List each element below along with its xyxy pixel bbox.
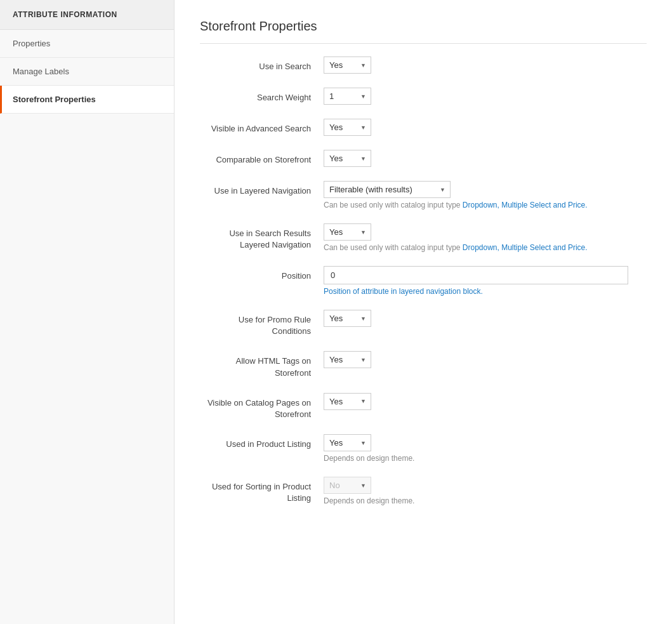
select-wrapper-search-results-layered-nav: Yes No xyxy=(324,223,371,241)
field-search-weight: Search Weight 1234 5678 910 xyxy=(200,88,647,105)
field-layered-navigation-value: No Filterable (with results) Filterable … xyxy=(324,181,647,209)
field-visible-catalog-pages-value: Yes No xyxy=(324,393,647,410)
select-search-weight[interactable]: 1234 5678 910 xyxy=(324,88,371,105)
field-sorting-product-listing: Used for Sorting in Product Listing No Y… xyxy=(200,477,647,505)
field-layered-navigation: Use in Layered Navigation No Filterable … xyxy=(200,181,647,209)
field-promo-rule-value: Yes No xyxy=(324,310,647,327)
main-content: Storefront Properties Use in Search Yes … xyxy=(175,0,672,624)
sidebar-item-properties[interactable]: Properties xyxy=(0,30,174,58)
label-allow-html-tags: Allow HTML Tags on Storefront xyxy=(200,351,324,378)
select-allow-html-tags[interactable]: Yes No xyxy=(324,351,371,368)
field-position-value: Position of attribute in layered navigat… xyxy=(324,266,647,296)
label-comparable-storefront: Comparable on Storefront xyxy=(200,150,324,166)
select-layered-navigation[interactable]: No Filterable (with results) Filterable … xyxy=(324,181,451,198)
field-comparable-storefront: Comparable on Storefront Yes No xyxy=(200,150,647,167)
field-promo-rule: Use for Promo Rule Conditions Yes No xyxy=(200,310,647,337)
select-wrapper-comparable-storefront: Yes No xyxy=(324,150,371,167)
select-sorting-product-listing[interactable]: No Yes xyxy=(324,477,371,494)
note-search-results-layered-nav: Can be used only with catalog input type… xyxy=(324,243,647,252)
select-use-in-search[interactable]: Yes No xyxy=(324,56,371,74)
label-promo-rule: Use for Promo Rule Conditions xyxy=(200,310,324,337)
sidebar: Attribute Information Properties Manage … xyxy=(0,0,175,624)
select-wrapper-use-in-search: Yes No xyxy=(324,56,371,74)
field-search-weight-value: 1234 5678 910 xyxy=(324,88,647,105)
field-allow-html-tags-value: Yes No xyxy=(324,351,647,368)
note-position: Position of attribute in layered navigat… xyxy=(324,287,647,296)
label-layered-navigation: Use in Layered Navigation xyxy=(200,181,324,197)
field-visible-advanced-search-value: Yes No xyxy=(324,119,647,136)
field-sorting-product-listing-value: No Yes Depends on design theme. xyxy=(324,477,647,505)
select-comparable-storefront[interactable]: Yes No xyxy=(324,150,371,167)
field-use-in-search: Use in Search Yes No xyxy=(200,56,647,74)
select-visible-advanced-search[interactable]: Yes No xyxy=(324,119,371,136)
field-position: Position Position of attribute in layere… xyxy=(200,266,647,296)
select-wrapper-used-in-product-listing: Yes No xyxy=(324,434,371,451)
label-search-weight: Search Weight xyxy=(200,88,324,103)
field-allow-html-tags: Allow HTML Tags on Storefront Yes No xyxy=(200,351,647,378)
label-sorting-product-listing: Used for Sorting in Product Listing xyxy=(200,477,324,504)
input-position[interactable] xyxy=(324,266,628,284)
sidebar-item-storefront-properties[interactable]: Storefront Properties xyxy=(0,86,174,114)
field-visible-catalog-pages: Visible on Catalog Pages on Storefront Y… xyxy=(200,393,647,420)
note-used-in-product-listing: Depends on design theme. xyxy=(324,454,647,463)
label-used-in-product-listing: Used in Product Listing xyxy=(200,434,324,450)
field-use-in-search-value: Yes No xyxy=(324,56,647,74)
select-wrapper-search-weight: 1234 5678 910 xyxy=(324,88,371,105)
field-comparable-storefront-value: Yes No xyxy=(324,150,647,167)
field-search-results-layered-nav-value: Yes No Can be used only with catalog inp… xyxy=(324,223,647,252)
select-wrapper-sorting-product-listing: No Yes xyxy=(324,477,371,494)
select-wrapper-visible-advanced-search: Yes No xyxy=(324,119,371,136)
label-search-results-layered-nav: Use in Search Results Layered Navigation xyxy=(200,223,324,251)
field-search-results-layered-nav: Use in Search Results Layered Navigation… xyxy=(200,223,647,252)
label-visible-advanced-search: Visible in Advanced Search xyxy=(200,119,324,135)
field-used-in-product-listing-value: Yes No Depends on design theme. xyxy=(324,434,647,463)
select-wrapper-promo-rule: Yes No xyxy=(324,310,371,327)
select-visible-catalog-pages[interactable]: Yes No xyxy=(324,393,371,410)
sidebar-item-manage-labels[interactable]: Manage Labels xyxy=(0,58,174,86)
note-sorting-product-listing: Depends on design theme. xyxy=(324,496,647,505)
label-position: Position xyxy=(200,266,324,282)
note-layered-navigation: Can be used only with catalog input type… xyxy=(324,201,647,209)
section-title: Storefront Properties xyxy=(200,19,647,44)
select-search-results-layered-nav[interactable]: Yes No xyxy=(324,223,371,241)
label-use-in-search: Use in Search xyxy=(200,56,324,72)
select-promo-rule[interactable]: Yes No xyxy=(324,310,371,327)
select-used-in-product-listing[interactable]: Yes No xyxy=(324,434,371,451)
select-wrapper-visible-catalog-pages: Yes No xyxy=(324,393,371,410)
select-wrapper-allow-html-tags: Yes No xyxy=(324,351,371,368)
field-used-in-product-listing: Used in Product Listing Yes No Depends o… xyxy=(200,434,647,463)
sidebar-header: Attribute Information xyxy=(0,0,174,30)
field-visible-advanced-search: Visible in Advanced Search Yes No xyxy=(200,119,647,136)
label-visible-catalog-pages: Visible on Catalog Pages on Storefront xyxy=(200,393,324,420)
select-wrapper-layered-navigation: No Filterable (with results) Filterable … xyxy=(324,181,451,198)
